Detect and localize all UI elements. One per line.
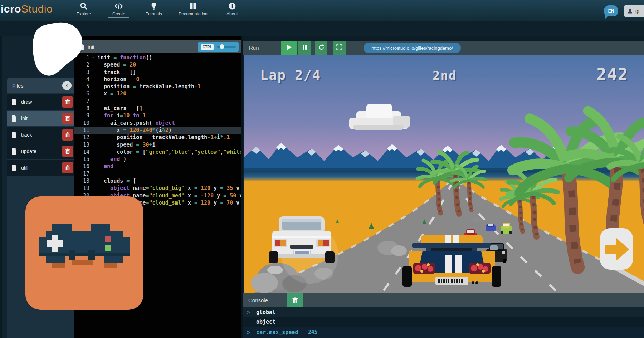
collapse-panel-button[interactable]: ‹ [62,81,72,90]
file-list: drawinittrackupdateutil [7,94,75,176]
run-toolbar: Run https://microstudio.io/gilles/racing… [243,41,644,55]
trash-icon [292,297,298,304]
code-line-11[interactable]: 11 x = 120-240*(i%2) [74,127,241,134]
play-icon [286,44,292,52]
line-number: 18 [74,177,92,185]
line-number: 11 [74,127,92,134]
code-text: color = ["green","blue","yellow","white [95,148,241,156]
console-prompt-icon: > [247,329,256,336]
microstudio-app: icroStudio ExploreCreateTutorialsDocumen… [0,0,644,338]
code-line-18[interactable]: 18 clouds = [ [74,177,241,185]
file-item-init[interactable]: init [7,111,75,126]
line-number: 17 [74,170,92,177]
user-button[interactable]: gi [624,5,644,17]
game-scene [244,55,644,293]
fold-spacer [92,177,95,185]
nav-item-label: Explore [77,11,91,16]
file-item-util[interactable]: util [7,160,75,176]
code-line-2[interactable]: 2 speed = 20 [74,61,241,68]
code-line-5[interactable]: 5 position = trackValue.length-1 [74,83,241,90]
console-text: object [256,319,275,325]
code-text: end [95,163,113,170]
code-line-8[interactable]: 8 ai_cars = [] [74,105,241,112]
nav-item-create[interactable]: Create [108,2,129,18]
reload-button[interactable] [315,41,327,55]
nav-item-explore[interactable]: Explore [73,2,94,18]
hud-position: 2nd [433,68,457,83]
code-line-4[interactable]: 4 horizon = 0 [74,76,241,83]
code-line-12[interactable]: 12 position = trackValue.length-1+i*.1 [74,134,241,141]
fold-marker[interactable]: - [92,54,95,61]
nav-item-documentation[interactable]: Documentation [179,2,208,18]
file-name: util [21,165,62,171]
files-title: Files [12,83,24,89]
fold-spacer [92,76,95,83]
language-badge[interactable]: EN [604,5,618,16]
delete-file-button[interactable] [62,113,73,124]
code-line-9[interactable]: 9 for i=10 to 1 [74,112,241,119]
nav-item-label: Create [112,11,125,16]
file-icon [11,132,17,138]
console-log-line[interactable]: >global [243,307,644,317]
file-item-draw[interactable]: draw [7,94,75,110]
fold-spacer [92,69,95,76]
info-icon [228,2,236,10]
fullscreen-button[interactable] [333,41,346,55]
pause-icon [301,44,308,52]
code-text: object name="cloud_big" x = 120 y = 35 v [95,185,239,192]
delete-file-button[interactable] [62,162,73,173]
hud-speed: 242 [596,65,628,84]
delete-file-button[interactable] [62,146,73,157]
file-item-track[interactable]: track [7,127,75,143]
code-line-7[interactable]: 7 [74,98,241,105]
console-clear-button[interactable] [287,293,303,307]
line-number: 7 [74,98,92,105]
code-text: ai_cars.push( object [95,119,175,127]
code-text: track = [] [95,69,136,76]
turn-sign [600,228,633,270]
code-line-16[interactable]: 16 end [74,163,241,170]
ctrl-shortcuts-toggle[interactable]: CTRL [198,42,239,52]
run-label: Run [249,45,259,51]
fold-spacer [92,185,95,192]
code-line-17[interactable]: 17 [74,170,241,177]
code-line-19[interactable]: 19 object name="cloud_big" x = 120 y = 3… [74,185,241,192]
fullscreen-icon [336,44,343,52]
pause-button[interactable] [298,41,311,55]
code-line-13[interactable]: 13 speed = 30+i [74,141,241,148]
delete-file-button[interactable] [62,129,73,141]
code-line-10[interactable]: 10 ai_cars.push( object [74,119,241,127]
logo[interactable]: icroStudio [1,3,53,15]
play-button[interactable] [281,41,297,55]
bulb-icon [150,2,158,10]
nav-item-about[interactable]: About [222,2,243,18]
nav-item-tutorials[interactable]: Tutorials [143,2,164,18]
fold-spacer [92,156,95,163]
code-line-3[interactable]: 3 track = [] [74,69,241,76]
code-text [95,98,97,105]
logo-suffix: Studio [21,3,53,15]
code-text: clouds = [ [95,177,136,185]
console-log-line: object [243,317,644,327]
line-number: 15 [74,156,92,163]
code-line-15[interactable]: 15 end ) [74,156,241,163]
console-output[interactable]: >globalobject>car.max_speed = 245 [243,307,644,338]
game-view[interactable]: Lap 2/4 2nd 242 [244,55,644,293]
code-line-14[interactable]: 14 color = ["green","blue","yellow","whi… [74,148,241,156]
code-text: init = function() [95,54,152,61]
line-number: 19 [74,185,92,192]
file-item-update[interactable]: update [7,143,75,159]
line-number: 5 [74,83,92,90]
book-icon [189,2,197,10]
file-name: track [21,132,62,138]
line-number: 1 [74,54,92,61]
files-panel-header: Files ‹ [7,78,75,93]
code-line-6[interactable]: 6 x = 120 [74,90,241,97]
delete-file-button[interactable] [62,96,73,108]
fold-spacer [92,148,95,156]
code-line-1[interactable]: 1-init = function() [74,54,241,61]
fold-spacer [92,127,95,134]
code-text: end ) [95,156,126,163]
project-url[interactable]: https://microstudio.io/gilles/racingdemo… [364,43,461,53]
fold-spacer [92,112,95,119]
